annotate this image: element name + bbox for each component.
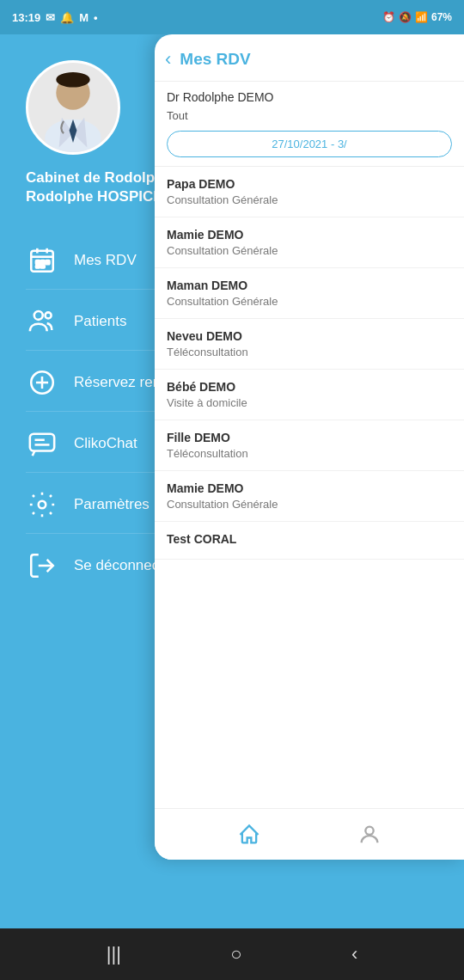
svg-point-2 <box>56 72 89 88</box>
status-bar: 13:19 ✉ 🔔 M • ⏰ 🔕 📶 67% <box>0 0 464 34</box>
signal-icon: 📶 <box>415 11 428 23</box>
status-right: ⏰ 🔕 📶 67% <box>382 11 452 23</box>
appointment-type: Consultation Générale <box>167 193 452 206</box>
appointment-type: Visite à domicile <box>167 396 452 409</box>
appointment-item[interactable]: Papa DEMOConsultation Générale <box>155 167 464 217</box>
appointment-type: Consultation Générale <box>167 498 452 511</box>
status-left: 13:19 ✉ 🔔 M • <box>12 11 98 24</box>
svg-point-23 <box>39 501 46 509</box>
sidebar-item-label-clikochat: ClikoChat <box>74 435 137 452</box>
svg-rect-20 <box>30 434 54 451</box>
home-nav-button[interactable] <box>230 816 268 854</box>
appointment-type: Consultation Générale <box>167 295 452 308</box>
calendar-icon <box>26 244 58 277</box>
all-filter[interactable]: Tout <box>167 109 452 122</box>
panel-title: Mes RDV <box>180 50 250 69</box>
back-button-system[interactable]: ‹ <box>351 943 357 965</box>
filter-section: Dr Rodolphe DEMO Tout 27/10/2021 - 3/ <box>155 82 464 167</box>
logout-icon <box>26 549 58 582</box>
panel-header: ‹ Mes RDV <box>155 34 464 82</box>
appointment-item[interactable]: Bébé DEMOVisite à domicile <box>155 370 464 420</box>
appointment-name: Papa DEMO <box>167 177 452 191</box>
svg-point-25 <box>365 826 373 834</box>
alarm-icon: ⏰ <box>382 11 395 23</box>
sidebar-item-label-mes-rdv: Mes RDV <box>74 252 137 269</box>
sidebar-item-label-patients: Patients <box>74 313 126 330</box>
back-button[interactable]: ‹ <box>165 50 171 69</box>
svg-point-16 <box>46 313 52 319</box>
appointment-name: Test CORAL <box>167 532 452 546</box>
svg-rect-12 <box>46 260 49 264</box>
appointments-list: Papa DEMOConsultation GénéraleMamie DEMO… <box>155 167 464 808</box>
patients-icon <box>26 305 58 338</box>
appointment-name: Fille DEMO <box>167 431 452 444</box>
sidebar-item-label-parametres: Paramètres <box>74 496 150 513</box>
home-button[interactable]: ○ <box>230 943 241 965</box>
settings-icon <box>26 488 58 521</box>
appointment-name: Mamie DEMO <box>167 228 452 242</box>
right-panel: ‹ Mes RDV Dr Rodolphe DEMO Tout 27/10/20… <box>155 34 464 860</box>
date-range-filter[interactable]: 27/10/2021 - 3/ <box>167 131 452 157</box>
time: 13:19 <box>12 11 40 24</box>
mail2-icon: M <box>79 11 89 24</box>
recent-apps-button[interactable]: ||| <box>107 943 121 965</box>
panel-bottom-nav <box>155 808 464 860</box>
appointment-name: Maman DEMO <box>167 279 452 292</box>
appointment-item[interactable]: Mamie DEMOConsultation Générale <box>155 217 464 268</box>
appointment-item[interactable]: Neveu DEMOTéléconsultation <box>155 319 464 370</box>
appointment-name: Bébé DEMO <box>167 380 452 394</box>
appointment-type: Téléconsultation <box>167 346 452 358</box>
add-circle-icon <box>26 366 58 399</box>
appointment-item[interactable]: Maman DEMOConsultation Générale <box>155 268 464 319</box>
svg-rect-13 <box>36 266 40 268</box>
appointment-item[interactable]: Fille DEMOTéléconsultation <box>155 420 464 471</box>
svg-rect-10 <box>36 260 40 264</box>
silent-icon: 🔕 <box>399 11 412 23</box>
battery: 67% <box>431 11 452 23</box>
svg-rect-14 <box>41 266 45 268</box>
appointment-type: Téléconsultation <box>167 447 452 460</box>
chat-icon <box>26 427 58 460</box>
avatar <box>26 60 120 155</box>
appointment-name: Neveu DEMO <box>167 329 452 343</box>
doctor-filter[interactable]: Dr Rodolphe DEMO <box>167 90 452 104</box>
appointment-type: Consultation Générale <box>167 244 452 257</box>
svg-rect-11 <box>41 260 45 264</box>
dot-indicator: • <box>94 11 98 24</box>
svg-point-15 <box>34 311 43 320</box>
appointment-item[interactable]: Test CORAL <box>155 522 464 560</box>
appointment-name: Mamie DEMO <box>167 481 452 495</box>
bell-icon: 🔔 <box>60 11 74 24</box>
appointment-item[interactable]: Mamie DEMOConsultation Générale <box>155 471 464 522</box>
mail-icon: ✉ <box>46 11 55 24</box>
system-nav-bar: ||| ○ ‹ <box>0 928 464 980</box>
profile-nav-button[interactable] <box>351 816 388 854</box>
